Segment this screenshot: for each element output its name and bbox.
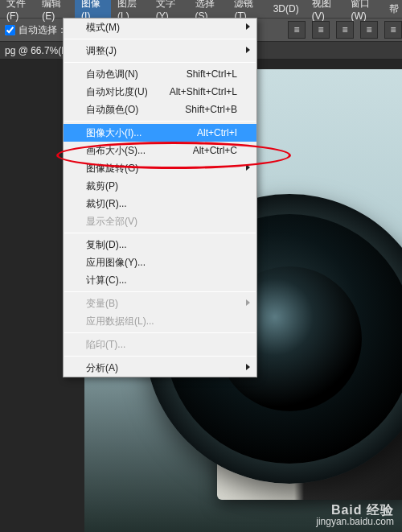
menu-item[interactable]: 图像旋转(G) — [64, 159, 256, 177]
menu-3d[interactable]: 3D(D) — [267, 1, 306, 17]
menu-item-label: 画布大小(S)... — [86, 144, 146, 158]
menu-separator — [64, 356, 256, 357]
submenu-arrow-icon — [246, 164, 250, 171]
menu-item-label: 自动颜色(O) — [86, 103, 138, 117]
watermark-url: jingyan.baidu.com — [316, 516, 394, 527]
menu-item-label: 图像大小(I)... — [86, 126, 142, 140]
menu-item[interactable]: 裁切(R)... — [64, 195, 256, 212]
menu-item[interactable]: 裁剪(P) — [64, 177, 256, 195]
menu-separator — [64, 62, 256, 63]
menu-bar: 文件(F) 编辑(E) 图像(I) 图层(L) 文字(Y) 选择(S) 滤镜(T… — [0, 0, 402, 18]
menu-item-shortcut: Shift+Ctrl+B — [169, 104, 237, 115]
menu-separator — [64, 332, 256, 333]
menu-item[interactable]: 画布大小(S)...Alt+Ctrl+C — [64, 142, 256, 159]
align-icon-3[interactable]: ≡ — [336, 21, 354, 39]
menu-item[interactable]: 复制(D)... — [64, 236, 256, 254]
menu-separator — [64, 291, 256, 292]
menu-item-label: 裁切(R)... — [86, 197, 127, 211]
menu-item[interactable]: 图像大小(I)...Alt+Ctrl+I — [64, 124, 256, 142]
menu-separator — [64, 121, 256, 122]
menu-item[interactable]: 自动对比度(U)Alt+Shift+Ctrl+L — [64, 83, 256, 101]
menu-item[interactable]: 模式(M) — [64, 19, 256, 36]
menu-item[interactable]: 分析(A) — [64, 359, 256, 377]
menu-item-shortcut: Alt+Ctrl+I — [181, 127, 237, 138]
watermark-brand: Baid 经验 — [316, 505, 394, 516]
menu-item-label: 应用图像(Y)... — [86, 256, 146, 270]
menu-item-label: 自动色调(N) — [86, 68, 138, 81]
align-icon-4[interactable]: ≡ — [360, 21, 378, 39]
menu-item-label: 显示全部(V) — [86, 215, 137, 229]
align-icon-2[interactable]: ≡ — [312, 21, 330, 39]
menu-item[interactable]: 自动色调(N)Shift+Ctrl+L — [64, 65, 256, 83]
menu-item-shortcut: Shift+Ctrl+L — [170, 68, 237, 80]
menu-item: 变量(B) — [64, 295, 256, 312]
image-menu-dropdown: 模式(M)调整(J)自动色调(N)Shift+Ctrl+L自动对比度(U)Alt… — [63, 18, 257, 377]
menu-item[interactable]: 调整(J) — [64, 42, 256, 60]
menu-file[interactable]: 文件(F) — [3, 0, 35, 24]
submenu-arrow-icon — [246, 364, 250, 370]
menu-item[interactable]: 应用图像(Y)... — [64, 254, 256, 271]
menu-item-label: 模式(M) — [86, 21, 120, 35]
submenu-arrow-icon — [246, 23, 250, 30]
menu-item-label: 复制(D)... — [86, 238, 127, 252]
submenu-arrow-icon — [246, 47, 250, 53]
auto-select-checkbox[interactable] — [5, 25, 15, 35]
document-tab[interactable]: pg @ 66.7%(R — [5, 45, 68, 56]
menu-item-label: 自动对比度(U) — [86, 85, 148, 99]
menu-item-shortcut: Alt+Ctrl+C — [177, 145, 237, 156]
menu-item-label: 计算(C)... — [86, 274, 127, 287]
menu-separator — [64, 233, 256, 233]
menu-item: 陷印(T)... — [64, 336, 256, 353]
menu-help[interactable]: 帮 — [386, 0, 402, 19]
menu-item-label: 分析(A) — [86, 361, 118, 375]
auto-select-label: 自动选择： — [18, 23, 67, 37]
menu-item-label: 裁剪(P) — [86, 179, 118, 193]
align-icon-1[interactable]: ≡ — [288, 21, 306, 39]
menu-item[interactable]: 自动颜色(O)Shift+Ctrl+B — [64, 101, 256, 118]
submenu-arrow-icon — [246, 299, 250, 306]
menu-item-label: 变量(B) — [86, 297, 118, 311]
menu-item: 显示全部(V) — [64, 212, 256, 230]
menu-item-label: 陷印(T)... — [86, 338, 125, 352]
menu-item-shortcut: Alt+Shift+Ctrl+L — [154, 86, 237, 97]
menu-item-label: 应用数据组(L)... — [86, 315, 154, 328]
menu-item-label: 图像旋转(G) — [86, 162, 138, 175]
watermark: Baid 经验 jingyan.baidu.com — [316, 505, 394, 527]
menu-item: 应用数据组(L)... — [64, 312, 256, 330]
menu-item-label: 调整(J) — [86, 44, 117, 58]
menu-separator — [64, 39, 256, 39]
align-icon-5[interactable]: ≡ — [384, 21, 402, 39]
menu-item[interactable]: 计算(C)... — [64, 271, 256, 289]
